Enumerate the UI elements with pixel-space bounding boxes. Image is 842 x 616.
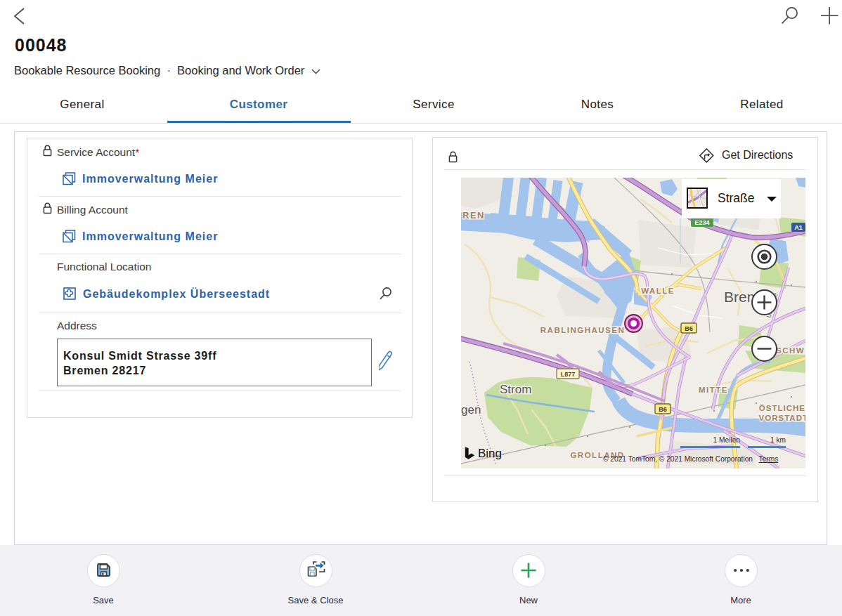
svg-text:E234: E234: [694, 219, 709, 226]
svg-text:WALLE: WALLE: [641, 287, 675, 295]
svg-text:VORSTADT: VORSTADT: [759, 414, 805, 422]
svg-text:L877: L877: [561, 371, 576, 378]
svg-text:Strom: Strom: [500, 383, 531, 396]
svg-text:SCHW: SCHW: [776, 346, 805, 355]
svg-text:gen: gen: [461, 403, 481, 417]
svg-text:RABLINGHAUSEN: RABLINGHAUSEN: [540, 326, 625, 334]
svg-text:B6: B6: [685, 325, 693, 332]
svg-text:MITTE: MITTE: [699, 386, 728, 394]
svg-text:A1: A1: [794, 224, 803, 231]
svg-text:REN: REN: [462, 210, 485, 221]
svg-text:ÖSTLICHE: ÖSTLICHE: [759, 404, 805, 412]
svg-text:B6: B6: [659, 406, 667, 413]
